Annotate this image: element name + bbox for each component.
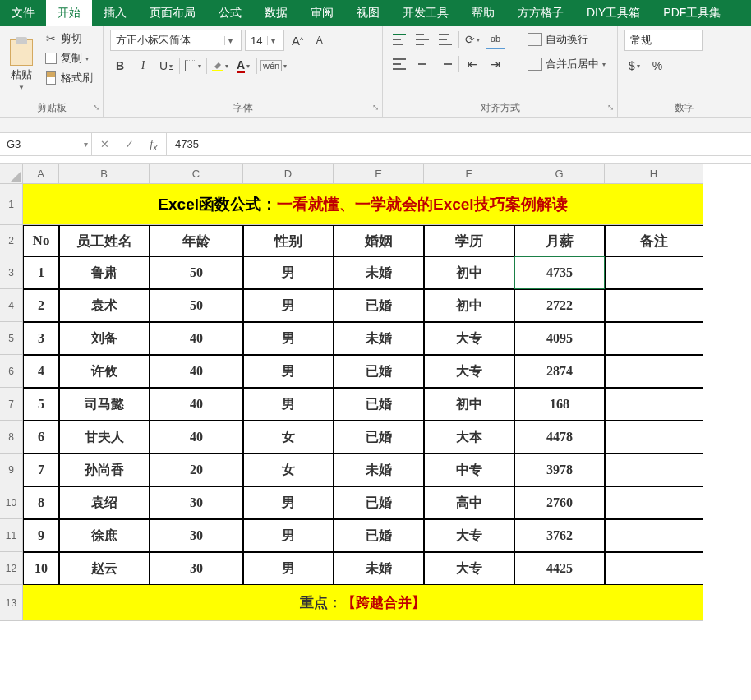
menu-数据[interactable]: 数据	[253, 0, 299, 26]
col-header-F[interactable]: F	[424, 164, 514, 184]
data-cell[interactable]: 孙尚香	[59, 454, 150, 486]
data-cell[interactable]: 40	[150, 421, 243, 454]
data-cell[interactable]: 已婚	[334, 486, 424, 519]
row-header-9[interactable]: 9	[0, 454, 23, 486]
bold-button[interactable]: B	[110, 56, 130, 76]
data-cell[interactable]: 已婚	[334, 388, 424, 421]
data-cell[interactable]: 大专	[424, 519, 514, 552]
header-cell[interactable]: 性别	[243, 225, 334, 256]
cut-button[interactable]: ✂ 剪切	[41, 30, 96, 48]
col-header-A[interactable]: A	[23, 164, 59, 184]
header-cell[interactable]: 员工姓名	[59, 225, 150, 256]
data-cell[interactable]: 大专	[424, 552, 514, 585]
align-center-button[interactable]	[412, 54, 432, 74]
data-cell[interactable]: 男	[243, 256, 334, 289]
data-cell[interactable]: 50	[150, 256, 243, 289]
font-name-select[interactable]: 方正小标宋简体▾	[110, 30, 242, 51]
fx-button[interactable]: fx	[141, 137, 166, 152]
footer-cell[interactable]: 重点：【跨越合并】	[23, 585, 703, 621]
data-cell[interactable]: 9	[23, 519, 59, 552]
cancel-formula-button[interactable]: ✕	[92, 138, 117, 150]
data-cell[interactable]: 大专	[424, 322, 514, 355]
data-cell[interactable]: 高中	[424, 486, 514, 519]
data-cell[interactable]: 甘夫人	[59, 421, 150, 454]
align-middle-button[interactable]	[412, 30, 432, 49]
col-header-G[interactable]: G	[514, 164, 605, 184]
font-launcher[interactable]: ⤡	[372, 103, 379, 112]
data-cell[interactable]: 8	[23, 486, 59, 519]
col-header-B[interactable]: B	[59, 164, 150, 184]
header-cell[interactable]: 月薪	[514, 225, 605, 256]
data-cell[interactable]: 1	[23, 256, 59, 289]
data-cell[interactable]: 中专	[424, 454, 514, 486]
merge-center-button[interactable]: 合并后居中 ▾	[523, 54, 610, 74]
data-cell[interactable]: 4095	[514, 322, 605, 355]
data-cell[interactable]	[605, 552, 703, 585]
data-cell[interactable]: 4735	[514, 256, 605, 289]
underline-button[interactable]: U▾	[156, 56, 176, 76]
name-box[interactable]: G3▾	[0, 133, 92, 155]
title-cell[interactable]: Excel函数公式：一看就懂、一学就会的Excel技巧案例解读	[23, 184, 703, 225]
data-cell[interactable]: 初中	[424, 388, 514, 421]
data-cell[interactable]: 3762	[514, 519, 605, 552]
paste-button[interactable]: 粘贴 ▼	[7, 30, 36, 101]
menu-PDF工具集[interactable]: PDF工具集	[652, 0, 732, 26]
data-cell[interactable]: 未婚	[334, 322, 424, 355]
row-header-4[interactable]: 4	[0, 289, 23, 322]
data-cell[interactable]: 已婚	[334, 519, 424, 552]
number-format-select[interactable]: 常规	[624, 30, 703, 51]
data-cell[interactable]	[605, 421, 703, 454]
row-header-13[interactable]: 13	[0, 585, 23, 621]
col-header-C[interactable]: C	[150, 164, 243, 184]
row-header-10[interactable]: 10	[0, 486, 23, 519]
row-header-11[interactable]: 11	[0, 519, 23, 552]
data-cell[interactable]	[605, 388, 703, 421]
data-cell[interactable]: 20	[150, 454, 243, 486]
data-cell[interactable]: 6	[23, 421, 59, 454]
align-left-button[interactable]	[389, 54, 409, 74]
data-cell[interactable]	[605, 289, 703, 322]
percent-button[interactable]: %	[647, 56, 667, 76]
data-cell[interactable]: 徐庶	[59, 519, 150, 552]
data-cell[interactable]: 已婚	[334, 421, 424, 454]
data-cell[interactable]: 5	[23, 388, 59, 421]
data-cell[interactable]: 女	[243, 421, 334, 454]
header-cell[interactable]: 备注	[605, 225, 703, 256]
border-button[interactable]: ▾	[183, 56, 203, 76]
data-cell[interactable]: 袁绍	[59, 486, 150, 519]
data-cell[interactable]: 许攸	[59, 355, 150, 388]
col-header-H[interactable]: H	[605, 164, 703, 184]
header-cell[interactable]: 学历	[424, 225, 514, 256]
phonetic-button[interactable]: wén▾	[260, 56, 287, 76]
row-header-5[interactable]: 5	[0, 322, 23, 355]
font-color-button[interactable]: A▾	[233, 56, 253, 76]
orientation-button[interactable]: ⟳▾	[463, 30, 482, 49]
menu-审阅[interactable]: 审阅	[299, 0, 345, 26]
menu-页面布局[interactable]: 页面布局	[138, 0, 207, 26]
data-cell[interactable]: 3978	[514, 454, 605, 486]
data-cell[interactable]: 男	[243, 355, 334, 388]
data-cell[interactable]: 男	[243, 388, 334, 421]
data-cell[interactable]: 4478	[514, 421, 605, 454]
data-cell[interactable]: 女	[243, 454, 334, 486]
data-cell[interactable]: 未婚	[334, 454, 424, 486]
align-top-button[interactable]	[389, 30, 409, 49]
data-cell[interactable]: 30	[150, 519, 243, 552]
row-header-6[interactable]: 6	[0, 355, 23, 388]
data-cell[interactable]: 鲁肃	[59, 256, 150, 289]
data-cell[interactable]: 刘备	[59, 322, 150, 355]
align-bottom-button[interactable]	[435, 30, 455, 49]
data-cell[interactable]: 40	[150, 322, 243, 355]
menu-文件[interactable]: 文件	[0, 0, 46, 26]
accept-formula-button[interactable]: ✓	[117, 138, 141, 150]
menu-帮助[interactable]: 帮助	[460, 0, 506, 26]
data-cell[interactable]: 男	[243, 519, 334, 552]
italic-button[interactable]: I	[133, 56, 153, 76]
row-header-12[interactable]: 12	[0, 552, 23, 585]
copy-button[interactable]: 复制 ▾	[41, 49, 96, 67]
data-cell[interactable]: 30	[150, 486, 243, 519]
increase-font-button[interactable]: A^	[288, 30, 307, 50]
col-header-E[interactable]: E	[334, 164, 424, 184]
data-cell[interactable]	[605, 486, 703, 519]
data-cell[interactable]: 2874	[514, 355, 605, 388]
